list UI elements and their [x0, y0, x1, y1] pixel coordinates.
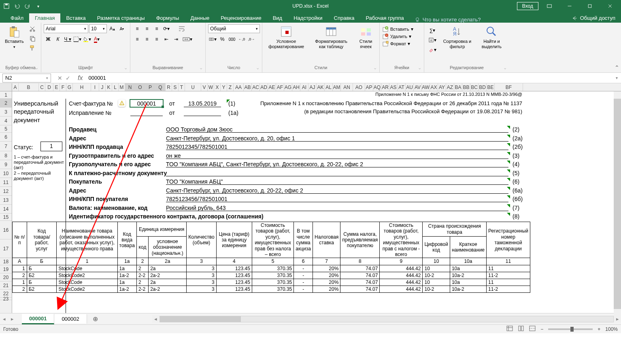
- select-all-corner[interactable]: [0, 83, 12, 91]
- column-header[interactable]: W: [208, 83, 214, 91]
- close-icon[interactable]: [601, 0, 619, 12]
- view-normal-icon[interactable]: [506, 326, 513, 332]
- column-header[interactable]: AT: [398, 83, 406, 91]
- italic-icon[interactable]: К: [53, 35, 62, 44]
- column-header[interactable]: AS: [389, 83, 398, 91]
- merge-center-icon[interactable]: ▾: [181, 35, 194, 44]
- column-header[interactable]: AX: [430, 83, 438, 91]
- find-select-button[interactable]: Найти и выделить: [476, 24, 507, 50]
- column-header[interactable]: AN: [341, 83, 353, 91]
- tab-addins[interactable]: Надстройки: [288, 13, 328, 23]
- column-header[interactable]: A: [12, 83, 19, 91]
- row-header[interactable]: 21: [0, 281, 12, 290]
- row-header[interactable]: 5: [0, 125, 12, 133]
- column-header[interactable]: G: [66, 83, 73, 91]
- align-left-icon[interactable]: ≡: [133, 35, 142, 44]
- tab-help[interactable]: Справка: [328, 13, 360, 23]
- delete-cells-button[interactable]: Удалить ▾: [382, 33, 411, 40]
- column-header[interactable]: J: [99, 83, 106, 91]
- column-header[interactable]: AP: [365, 83, 373, 91]
- column-header[interactable]: C: [39, 83, 45, 91]
- autosum-icon[interactable]: ∑▾: [427, 26, 438, 35]
- font-color-icon[interactable]: А▾: [92, 35, 101, 44]
- align-top-icon[interactable]: ≡: [133, 24, 142, 33]
- row-header[interactable]: 8: [0, 151, 12, 160]
- column-header[interactable]: E: [53, 83, 60, 91]
- horizontal-scrollbar[interactable]: ◂ ▸: [152, 315, 621, 323]
- number-format-select[interactable]: Общий▾: [208, 24, 260, 33]
- maximize-icon[interactable]: [581, 0, 599, 12]
- column-header[interactable]: AH: [292, 83, 300, 91]
- cell-styles-button[interactable]: Стили ячеек: [355, 24, 377, 50]
- column-header[interactable]: P: [145, 83, 155, 91]
- bold-icon[interactable]: Ж: [44, 35, 53, 44]
- column-header[interactable]: AY: [438, 83, 446, 91]
- column-header[interactable]: Y: [221, 83, 227, 91]
- column-header[interactable]: BC: [470, 83, 479, 91]
- tab-data[interactable]: Данные: [185, 13, 215, 23]
- font-family-select[interactable]: Arial▾: [44, 24, 88, 33]
- column-header[interactable]: AJ: [308, 83, 317, 91]
- enter-formula-icon[interactable]: ✓: [66, 75, 70, 81]
- column-header[interactable]: O: [135, 83, 145, 91]
- percent-icon[interactable]: %: [218, 35, 227, 44]
- column-header[interactable]: M: [119, 83, 125, 91]
- row-header[interactable]: 18: [0, 258, 12, 265]
- expand-formula-icon[interactable]: ▾: [612, 76, 621, 80]
- column-header[interactable]: N: [125, 83, 135, 91]
- column-header[interactable]: BF: [495, 83, 523, 91]
- decrease-decimal-icon[interactable]: ,0→: [247, 35, 256, 44]
- fill-icon[interactable]: ▾: [427, 36, 438, 44]
- orientation-icon[interactable]: ⟳▾: [162, 24, 171, 33]
- column-header[interactable]: AB: [244, 83, 252, 91]
- column-header[interactable]: U: [185, 83, 201, 91]
- cut-icon[interactable]: [28, 24, 37, 33]
- column-header[interactable]: AQ: [373, 83, 381, 91]
- border-icon[interactable]: ▾: [73, 35, 82, 44]
- row-header[interactable]: 9: [0, 160, 12, 169]
- tab-home[interactable]: Главная: [29, 13, 60, 23]
- zoom-out-icon[interactable]: −: [540, 326, 543, 332]
- sort-filter-button[interactable]: АЯ Сортировка и фильтр: [440, 24, 475, 50]
- tab-team[interactable]: Рабочая группа: [360, 13, 410, 23]
- column-header[interactable]: AA: [234, 83, 244, 91]
- zoom-slider[interactable]: [548, 328, 593, 330]
- column-header[interactable]: I: [91, 83, 99, 91]
- column-header[interactable]: H: [73, 83, 91, 91]
- clear-icon[interactable]: ▾: [427, 45, 438, 54]
- tab-review[interactable]: Рецензирование: [215, 13, 267, 23]
- login-button[interactable]: Вход: [517, 2, 538, 10]
- tab-view[interactable]: Вид: [267, 13, 288, 23]
- column-header[interactable]: F: [60, 83, 66, 91]
- font-size-select[interactable]: 10▾: [89, 24, 107, 33]
- save-icon[interactable]: [2, 1, 11, 11]
- undo-icon[interactable]: [12, 1, 22, 11]
- row-header[interactable]: 12: [0, 187, 12, 196]
- sheet-nav-prev-icon[interactable]: ◂: [0, 316, 8, 322]
- column-header[interactable]: BD: [479, 83, 487, 91]
- wrap-text-icon[interactable]: [176, 24, 188, 33]
- copy-icon[interactable]: [28, 34, 37, 43]
- row-header[interactable]: 3: [0, 108, 12, 116]
- paste-button[interactable]: Вставить ▾: [2, 24, 26, 50]
- customize-qa-icon[interactable]: ▾: [33, 1, 43, 11]
- currency-icon[interactable]: ▾: [208, 35, 217, 44]
- row-header[interactable]: 23: [0, 298, 12, 300]
- row-header[interactable]: 16: [0, 221, 12, 239]
- row-header[interactable]: 13: [0, 196, 12, 205]
- insert-cells-button[interactable]: Вставить ▾: [382, 26, 413, 32]
- row-header[interactable]: 1: [0, 91, 12, 99]
- column-header[interactable]: BB: [462, 83, 470, 91]
- increase-decimal-icon[interactable]: ←,0: [237, 35, 246, 44]
- underline-icon[interactable]: Ч ▾: [63, 35, 72, 44]
- row-header[interactable]: 20: [0, 273, 12, 281]
- row-header[interactable]: 14: [0, 205, 12, 214]
- column-header[interactable]: V: [201, 83, 208, 91]
- fx-icon[interactable]: fx: [74, 74, 86, 82]
- row-header[interactable]: 10: [0, 169, 12, 178]
- column-header[interactable]: B: [19, 83, 39, 91]
- sheet-tab-2[interactable]: 000002: [54, 314, 87, 324]
- formula-input[interactable]: [86, 75, 612, 81]
- trace-error-icon[interactable]: !: [118, 99, 125, 107]
- column-header[interactable]: AR: [381, 83, 389, 91]
